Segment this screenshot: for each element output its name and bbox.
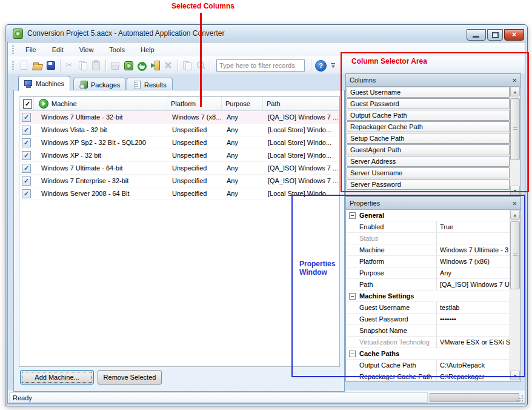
- delete-icon[interactable]: [162, 59, 175, 72]
- column-item[interactable]: Server Username: [347, 167, 510, 178]
- new-document-icon[interactable]: [18, 59, 31, 72]
- table-row[interactable]: ✓ Windows 7 Ultimate - 32-bit Windows 7 …: [19, 111, 339, 124]
- close-icon[interactable]: ×: [512, 200, 517, 207]
- property-row[interactable]: Output Cache Path C:\AutoRepack: [347, 360, 510, 371]
- table-row[interactable]: ✓ Windows Vista - 32 bit Unspecified Any…: [19, 124, 339, 136]
- columns-panel: Columns × Guest UsernameGuest PasswordOu…: [345, 73, 521, 197]
- property-row[interactable]: Status: [347, 233, 510, 244]
- tab-machines[interactable]: Machines: [18, 76, 70, 91]
- collapse-icon[interactable]: [349, 293, 356, 300]
- property-row[interactable]: Enabled True: [347, 221, 510, 233]
- property-value[interactable]: C:\AutoRepack: [437, 361, 510, 369]
- scrollbar-thumb[interactable]: [510, 221, 520, 289]
- property-row[interactable]: Repackager Cache Path C:\Repackager: [347, 371, 510, 380]
- column-item[interactable]: GuestAgent Path: [347, 144, 510, 155]
- column-header-purpose[interactable]: Purpose: [222, 97, 263, 110]
- property-value[interactable]: C:\Repackager: [437, 373, 510, 380]
- row-checkbox[interactable]: ✓: [22, 189, 31, 198]
- row-checkbox[interactable]: ✓: [22, 151, 31, 160]
- property-row[interactable]: Machine Settings: [347, 291, 510, 302]
- scroll-up-icon[interactable]: ▲: [510, 87, 520, 96]
- columns-scrollbar[interactable]: ▲ ▼: [510, 87, 520, 195]
- table-row[interactable]: ✓ Windows XP Sp2 - 32 Bit - SQL200 Unspe…: [19, 136, 339, 149]
- column-item[interactable]: Guest Username: [347, 87, 510, 98]
- build-packages-icon[interactable]: [122, 59, 135, 72]
- column-header-platform[interactable]: Platform: [167, 97, 222, 110]
- property-row[interactable]: General: [347, 210, 510, 221]
- columns-panel-header: Columns ×: [346, 74, 520, 87]
- property-value[interactable]: [QA_ISO] Windows 7 Ul: [437, 281, 510, 288]
- table-row[interactable]: ✓ Windows 7 Ultimate - 64-bit Unspecifie…: [19, 162, 339, 175]
- table-row[interactable]: ✓ Windows XP - 32 bit Unspecified Any [L…: [19, 149, 339, 162]
- row-checkbox[interactable]: ✓: [22, 126, 31, 135]
- minimize-button[interactable]: [467, 29, 486, 41]
- column-header-path[interactable]: Path: [263, 97, 339, 110]
- menu-item[interactable]: Tools: [101, 44, 133, 55]
- help-icon[interactable]: ?: [315, 60, 327, 72]
- property-row[interactable]: Platform Windows 7 (x86): [347, 256, 510, 267]
- maximize-button[interactable]: [487, 29, 503, 41]
- remove-selected-button[interactable]: Remove Selected: [98, 370, 162, 385]
- column-item[interactable]: Output Cache Path: [347, 110, 510, 121]
- property-row[interactable]: Path [QA_ISO] Windows 7 Ul: [347, 279, 510, 291]
- row-checkbox[interactable]: ✓: [22, 164, 31, 173]
- duplicate-icon[interactable]: [181, 59, 194, 72]
- tab-packages[interactable]: Packages: [73, 78, 126, 91]
- menu-item[interactable]: File: [18, 44, 44, 55]
- menu-item[interactable]: Edit: [44, 44, 71, 55]
- table-row[interactable]: ✓ Windows 7 Enterprise - 32-bit Unspecif…: [19, 175, 339, 187]
- row-checkbox[interactable]: ✓: [22, 113, 31, 122]
- property-row[interactable]: Guest Password •••••••: [347, 314, 510, 325]
- select-all-checkbox[interactable]: ✓: [23, 99, 32, 109]
- property-row[interactable]: Cache Paths: [347, 348, 510, 360]
- cut-icon[interactable]: [63, 59, 76, 72]
- property-row[interactable]: Snapshot Name: [347, 325, 510, 337]
- column-item[interactable]: Guest Password: [347, 98, 510, 109]
- column-item[interactable]: Repackager Cache Path: [347, 121, 510, 132]
- table-row[interactable]: ✓ Windows Server 2008 - 64 Bit Unspecifi…: [19, 187, 339, 200]
- print-icon[interactable]: [108, 59, 122, 72]
- property-value[interactable]: Any: [437, 269, 510, 277]
- property-row[interactable]: Machine Windows 7 Ultimate - 3: [347, 244, 510, 256]
- column-item[interactable]: Server Password: [347, 179, 510, 190]
- property-value[interactable]: •••••••: [437, 315, 510, 323]
- menu-item[interactable]: View: [71, 44, 102, 55]
- property-row[interactable]: Guest Username testlab: [347, 302, 510, 314]
- row-checkbox[interactable]: ✓: [22, 176, 31, 186]
- open-project-icon[interactable]: [31, 59, 44, 72]
- properties-scrollbar[interactable]: ▲ ▼: [510, 210, 520, 380]
- row-checkbox[interactable]: ✓: [22, 138, 31, 147]
- toolbar-grip: [12, 45, 14, 54]
- property-value[interactable]: Windows 7 (x86): [437, 258, 510, 265]
- save-project-icon[interactable]: [44, 59, 58, 72]
- menu-item[interactable]: Help: [133, 44, 162, 55]
- property-value[interactable]: VMware ESX or ESXi Ser: [437, 338, 510, 346]
- close-button[interactable]: ✕: [504, 29, 524, 41]
- scroll-up-icon[interactable]: ▲: [510, 210, 520, 220]
- refresh-icon[interactable]: [135, 59, 148, 72]
- column-item[interactable]: Server Address: [347, 156, 510, 167]
- import-icon[interactable]: [148, 59, 162, 72]
- scroll-down-icon[interactable]: ▼: [510, 186, 520, 195]
- table-body: ✓ Windows 7 Ultimate - 32-bit Windows 7 …: [19, 111, 339, 200]
- resize-grip[interactable]: [522, 400, 523, 402]
- property-value[interactable]: testlab: [437, 304, 510, 311]
- close-icon[interactable]: ×: [512, 76, 517, 84]
- scrollbar-thumb[interactable]: [510, 98, 520, 160]
- collapse-icon[interactable]: [349, 212, 356, 219]
- collapse-icon[interactable]: [349, 351, 356, 357]
- scroll-down-icon[interactable]: ▼: [510, 371, 520, 380]
- property-row[interactable]: Virtualization Technolog VMware ESX or E…: [347, 337, 510, 348]
- property-value[interactable]: True: [437, 223, 510, 230]
- paste-icon[interactable]: [90, 59, 103, 72]
- property-value[interactable]: Windows 7 Ultimate - 3: [437, 246, 510, 254]
- column-header-machine[interactable]: Machine: [34, 97, 167, 110]
- property-row[interactable]: Purpose Any: [347, 267, 510, 279]
- copy-icon[interactable]: [76, 59, 90, 72]
- toolbar-options-icon[interactable]: [331, 63, 335, 68]
- add-machine-button[interactable]: Add Machine...: [20, 370, 94, 385]
- filter-records-input[interactable]: [216, 59, 305, 72]
- preview-icon[interactable]: [194, 59, 207, 72]
- tab-results[interactable]: Results: [127, 78, 173, 91]
- column-item[interactable]: Setup Cache Path: [347, 133, 510, 144]
